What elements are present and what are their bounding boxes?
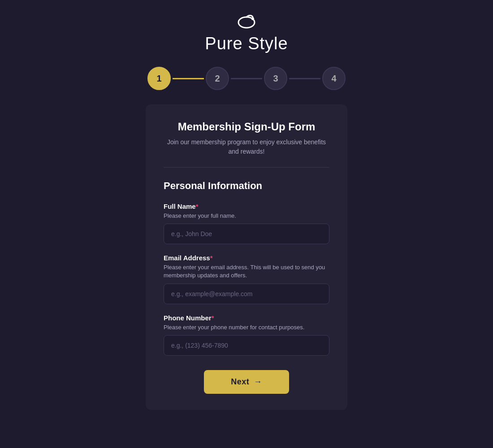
field-group-email: Email Address* Please enter your email a… <box>164 254 329 304</box>
stepper: 1 2 3 4 <box>147 67 346 90</box>
step-2[interactable]: 2 <box>206 67 229 90</box>
email-label: Email Address* <box>164 254 329 262</box>
next-label: Next <box>231 377 249 387</box>
step-3[interactable]: 3 <box>264 67 287 90</box>
required-marker: * <box>196 202 199 210</box>
field-group-full-name: Full Name* Please enter your full name. <box>164 202 329 244</box>
full-name-description: Please enter your full name. <box>164 212 329 220</box>
divider <box>164 167 329 168</box>
step-line-2 <box>231 78 262 79</box>
step-line-1 <box>173 78 204 79</box>
required-marker: * <box>210 254 213 262</box>
full-name-label: Full Name* <box>164 202 329 210</box>
next-button-wrapper: Next → <box>164 370 329 394</box>
section-title: Personal Information <box>164 180 329 192</box>
full-name-input[interactable] <box>164 224 329 244</box>
field-group-phone: Phone Number* Please enter your phone nu… <box>164 314 329 356</box>
email-input[interactable] <box>164 284 329 304</box>
step-1[interactable]: 1 <box>147 67 171 90</box>
phone-input[interactable] <box>164 335 329 356</box>
arrow-right-icon: → <box>254 377 262 387</box>
next-button[interactable]: Next → <box>204 370 289 394</box>
email-description: Please enter your email address. This wi… <box>164 263 329 280</box>
phone-label: Phone Number* <box>164 314 329 322</box>
logo-icon <box>235 13 258 31</box>
form-header: Membership Sign-Up Form Join our members… <box>164 121 329 156</box>
step-line-3 <box>289 78 320 79</box>
svg-point-1 <box>251 17 254 20</box>
brand-name: Pure Style <box>205 34 288 53</box>
form-title: Membership Sign-Up Form <box>164 121 329 133</box>
required-marker: * <box>212 314 214 322</box>
header: Pure Style <box>205 13 288 53</box>
form-subtitle: Join our membership program to enjoy exc… <box>164 138 329 156</box>
phone-description: Please enter your phone number for conta… <box>164 323 329 332</box>
step-4[interactable]: 4 <box>322 67 346 90</box>
form-card: Membership Sign-Up Form Join our members… <box>146 104 347 410</box>
